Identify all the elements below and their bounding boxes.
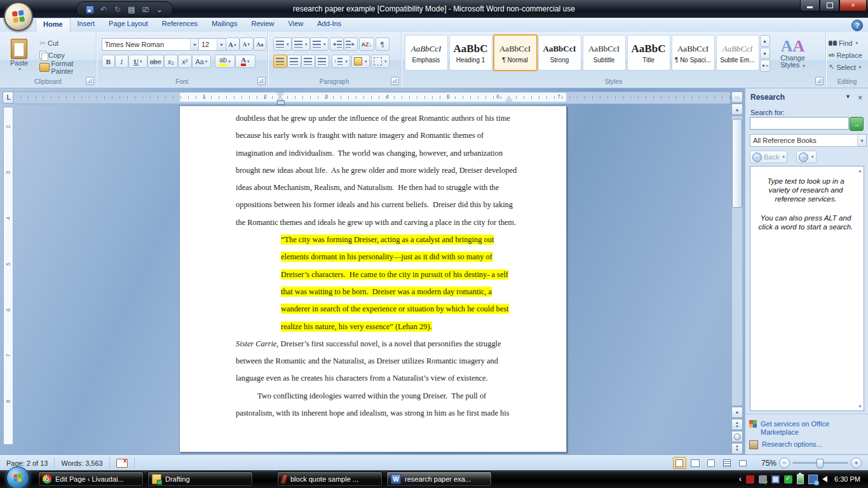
volume-icon[interactable] xyxy=(822,476,827,482)
numbering-button[interactable]: ▾ xyxy=(292,37,310,51)
safely-remove-hardware-icon[interactable] xyxy=(759,475,767,484)
clear-formatting-button[interactable]: Aa xyxy=(254,37,266,51)
forward-button[interactable]: → ▾ xyxy=(796,151,817,163)
paste-dropdown-icon[interactable]: ▾ xyxy=(18,67,21,72)
subscript-button[interactable]: x₂ xyxy=(164,55,178,68)
show-hide-pilcrow-button[interactable]: ¶ xyxy=(376,37,390,51)
close-button[interactable]: × xyxy=(839,0,867,11)
help-icon[interactable]: ? xyxy=(851,20,863,31)
taskbar-button-research-paper[interactable]: W research paper exa... xyxy=(386,471,492,487)
web-layout-view-button[interactable] xyxy=(705,457,718,469)
adobe-tray-icon[interactable] xyxy=(746,475,754,484)
document-page[interactable]: doubtless that he grew up under the infl… xyxy=(179,105,567,452)
justify-button[interactable] xyxy=(315,55,329,68)
previous-page-button[interactable]: ▲▲ xyxy=(731,419,743,430)
ruler-toggle-button[interactable]: ▭ xyxy=(731,92,743,103)
styles-dialog-launcher[interactable]: ◿ xyxy=(815,77,824,85)
highlight-button[interactable]: ab ▾ xyxy=(215,55,235,68)
line-spacing-button[interactable]: ↕▾ xyxy=(332,55,350,68)
first-line-indent-marker[interactable] xyxy=(277,93,283,97)
style-subtle-emphasis[interactable]: AaBbCcI Subtle Em... xyxy=(716,35,759,71)
font-family-combo[interactable]: Times New Roman ▾ xyxy=(102,38,200,51)
zoom-slider[interactable] xyxy=(792,462,848,464)
styles-scroll-up-icon[interactable]: ▲ xyxy=(760,35,770,47)
style-subtitle[interactable]: AaBbCcI Subtitle xyxy=(583,35,626,71)
style-title[interactable]: AaBbC Title xyxy=(627,35,670,71)
source-dropdown-icon[interactable]: ▾ xyxy=(857,135,866,146)
sort-button[interactable]: AZ↓ xyxy=(359,37,374,51)
draft-view-button[interactable] xyxy=(736,457,750,469)
back-button[interactable]: ← Back ▾ xyxy=(750,151,787,163)
multilevel-list-button[interactable]: ▾ xyxy=(310,37,329,51)
security-check-icon[interactable] xyxy=(784,475,792,484)
font-dialog-launcher[interactable]: ◿ xyxy=(257,77,266,85)
proofing-status-button[interactable] xyxy=(110,458,135,468)
tab-review[interactable]: Review xyxy=(244,18,281,32)
italic-button[interactable]: I xyxy=(115,55,128,68)
clipboard-dialog-launcher[interactable]: ◿ xyxy=(86,77,94,85)
search-input[interactable] xyxy=(750,117,849,130)
tab-add-ins[interactable]: Add-Ins xyxy=(310,18,348,32)
style-no-spacing[interactable]: AaBbCcI ¶ No Spaci... xyxy=(672,35,715,71)
align-right-button[interactable] xyxy=(301,55,315,68)
results-scroll-down-icon[interactable]: ▼ xyxy=(858,404,862,409)
page-indicator[interactable]: Page: 2 of 13 xyxy=(0,458,55,468)
vertical-ruler[interactable]: 2 3 4 5 6 7 8 xyxy=(3,107,13,445)
select-browse-object-button[interactable] xyxy=(731,431,743,442)
borders-button[interactable]: ▾ xyxy=(371,55,390,68)
paragraph-dialog-launcher[interactable]: ◿ xyxy=(391,77,399,85)
research-options-link[interactable]: Research options... xyxy=(745,438,868,451)
right-indent-marker[interactable] xyxy=(506,97,512,101)
tab-home[interactable]: Home xyxy=(36,18,71,32)
taskbar-button-block-quote[interactable]: block quote sample ... xyxy=(277,471,383,487)
start-button[interactable] xyxy=(6,466,29,488)
outline-view-button[interactable] xyxy=(721,457,734,469)
align-left-button[interactable] xyxy=(273,55,287,68)
pane-close-icon[interactable]: × xyxy=(858,93,862,102)
style-emphasis[interactable]: AaBbCcI Emphasis xyxy=(405,35,448,71)
tab-view[interactable]: View xyxy=(281,18,311,32)
word-count[interactable]: Words: 3,563 xyxy=(55,458,109,468)
scroll-up-icon[interactable]: ▲ xyxy=(731,104,743,115)
results-scroll-up-icon[interactable]: ▲ xyxy=(858,168,862,173)
scroll-down-icon[interactable]: ▼ xyxy=(731,407,743,418)
start-search-button[interactable]: → xyxy=(850,117,864,131)
bold-button[interactable]: B xyxy=(102,55,115,68)
select-button[interactable]: ↖ Select▾ xyxy=(826,61,868,73)
left-indent-marker[interactable] xyxy=(277,100,285,105)
display-tray-icon[interactable] xyxy=(771,475,780,484)
horizontal-ruler[interactable]: 1 2 3 4 5 6 7 xyxy=(13,92,731,104)
bullets-button[interactable]: ▾ xyxy=(273,37,292,51)
font-color-button[interactable]: A ▾ xyxy=(235,55,255,68)
office-button[interactable] xyxy=(4,2,33,31)
print-layout-view-button[interactable] xyxy=(673,457,686,469)
change-styles-button[interactable]: AA Change Styles ▾ xyxy=(773,34,813,73)
cut-button[interactable]: ✂ Cut xyxy=(37,37,58,49)
replace-button[interactable]: ab Replace xyxy=(826,49,868,61)
scroll-thumb[interactable] xyxy=(732,119,742,208)
battery-icon[interactable] xyxy=(797,474,804,484)
zoom-in-button[interactable]: + xyxy=(851,458,862,468)
taskbar-button-drafting[interactable]: Drafting xyxy=(147,471,253,487)
scroll-track[interactable] xyxy=(731,116,743,406)
zoom-out-button[interactable]: − xyxy=(779,458,790,468)
style-strong[interactable]: AaBbCcI Strong xyxy=(538,35,581,71)
tab-mailings[interactable]: Mailings xyxy=(205,18,244,32)
tab-page-layout[interactable]: Page Layout xyxy=(102,18,155,32)
zoom-level[interactable]: 75% xyxy=(761,459,776,468)
minimize-button[interactable] xyxy=(800,0,820,11)
office-marketplace-link[interactable]: Get services on Office Marketplace xyxy=(745,418,868,438)
full-screen-reading-view-button[interactable] xyxy=(689,457,702,469)
paste-button[interactable]: Paste ▾ xyxy=(5,37,33,72)
styles-gallery-more-icon[interactable]: ▼≡ xyxy=(760,60,770,72)
format-painter-button[interactable]: Format Painter xyxy=(37,61,96,73)
tray-overflow-icon[interactable]: ‹ xyxy=(739,475,742,484)
restore-button[interactable] xyxy=(820,0,839,11)
clock[interactable]: 6:30 PM xyxy=(834,475,860,483)
shading-button[interactable]: ▾ xyxy=(351,55,370,68)
styles-scroll-down-icon[interactable]: ▼ xyxy=(760,48,770,60)
pane-options-dropdown-icon[interactable]: ▼ xyxy=(845,93,851,100)
font-family-dropdown-icon[interactable]: ▾ xyxy=(190,39,199,50)
taskbar-button-browser[interactable]: Edit Page ‹ Livaudai... xyxy=(38,471,144,487)
find-button[interactable]: Find▾ xyxy=(826,37,868,49)
